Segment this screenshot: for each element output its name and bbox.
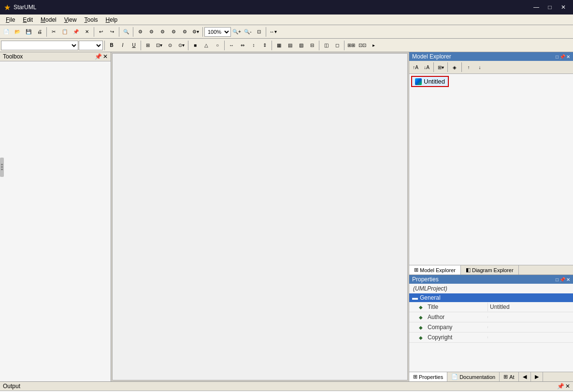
open-button[interactable]: 📂 (12, 27, 23, 37)
me-filter[interactable]: ◈ (449, 62, 460, 73)
prop-value-copyright[interactable] (487, 336, 573, 338)
more2[interactable]: ⊡⊡ (357, 40, 368, 51)
sep13 (344, 41, 344, 50)
bold-button[interactable]: B (106, 40, 117, 51)
tool2[interactable]: ⚙ (146, 27, 157, 37)
tool4[interactable]: ⚙ (168, 27, 179, 37)
underline-button[interactable]: U (129, 40, 139, 51)
more1[interactable]: ⊞⊞ (346, 40, 357, 51)
me-close[interactable]: ✕ (566, 54, 570, 59)
minimize-button[interactable]: — (530, 3, 542, 12)
save-button[interactable]: 💾 (23, 27, 34, 37)
menu-bar: File Edit Model View Tools Help (0, 15, 573, 25)
menu-help[interactable]: Help (102, 15, 122, 24)
me-up[interactable]: ↑ (463, 62, 474, 73)
new-button[interactable]: 📄 (1, 27, 12, 37)
tab-arrow-left[interactable]: ◀ (519, 372, 531, 381)
size2[interactable]: ◻ (332, 40, 343, 51)
zoom-combo[interactable]: 100% 50% 75% 150% 200% (204, 27, 231, 37)
format1[interactable]: ⊞ (143, 40, 153, 51)
me-view[interactable]: ⊞▾ (435, 62, 446, 73)
zoom-out[interactable]: 🔍- (243, 27, 253, 37)
zoom-in[interactable]: 🔍+ (231, 27, 242, 37)
menu-edit[interactable]: Edit (19, 15, 37, 24)
prop-value-author[interactable] (487, 316, 573, 318)
tool1[interactable]: ⚙ (135, 27, 145, 37)
delete-button[interactable]: ✕ (82, 27, 92, 37)
me-sort-desc[interactable]: ↓A (421, 62, 432, 73)
align2[interactable]: ⇔ (237, 40, 248, 51)
section-collapse-icon[interactable]: ▬ (412, 294, 418, 301)
prop-value-title[interactable]: Untitled (487, 303, 573, 311)
sep6 (266, 27, 266, 37)
de-tab-icon: ◧ (466, 267, 471, 273)
me-icon1[interactable]: □ (556, 54, 559, 59)
italic-button[interactable]: I (117, 40, 128, 51)
out-pin[interactable]: 📌 (557, 383, 564, 390)
toolbox-pin[interactable]: 📌 (95, 53, 102, 60)
menu-file[interactable]: File (2, 15, 19, 24)
untitled-project-item[interactable]: Untitled (411, 76, 449, 87)
color2[interactable]: △ (201, 40, 212, 51)
align3[interactable]: ↕ (248, 40, 259, 51)
de-tab-label: Diagram Explorer (472, 267, 514, 273)
style-combo[interactable] (1, 41, 78, 50)
toolbox-close[interactable]: ✕ (103, 53, 108, 60)
more3[interactable]: ▸ (368, 40, 379, 51)
close-button[interactable]: ✕ (558, 3, 569, 12)
tool3[interactable]: ⚙ (157, 27, 168, 37)
prop-close[interactable]: ✕ (566, 277, 570, 282)
tool5[interactable]: ⚙ (179, 27, 190, 37)
at-tab-icon: ⊞ (503, 374, 508, 380)
format3[interactable]: ⊙ (165, 40, 175, 51)
layout1[interactable]: ▦ (273, 40, 284, 51)
me-sort-asc[interactable]: ↑A (410, 62, 421, 73)
undo-button[interactable]: ↩ (96, 27, 106, 37)
menu-view[interactable]: View (60, 15, 81, 24)
prop-value-company[interactable] (487, 326, 573, 328)
size-combo[interactable] (79, 41, 103, 50)
copy-button[interactable]: 📋 (59, 27, 70, 37)
menu-model[interactable]: Model (37, 15, 60, 24)
print-button[interactable]: 🖨 (34, 27, 45, 37)
me-pin[interactable]: 📌 (559, 54, 565, 59)
find-button[interactable]: 🔍 (121, 27, 131, 37)
tab-diagram-explorer[interactable]: ◧ Diagram Explorer (461, 265, 519, 275)
align1[interactable]: ↔ (226, 40, 237, 51)
tab-at[interactable]: ⊞ At (500, 372, 518, 381)
paste-button[interactable]: 📌 (71, 27, 81, 37)
model-explorer-toolbar: ↑A ↓A ⊞▾ ◈ ↑ ↓ (409, 61, 573, 74)
cut-button[interactable]: ✂ (48, 27, 59, 37)
model-explorer-content[interactable]: Untitled (409, 74, 573, 265)
diagram-canvas[interactable] (112, 53, 408, 380)
color3[interactable]: ○ (212, 40, 223, 51)
zoom-fit[interactable]: ⊡ (254, 27, 264, 37)
sep8 (141, 41, 141, 50)
prop-pin[interactable]: 📌 (559, 277, 565, 282)
toolbox-content (0, 61, 111, 381)
layout3[interactable]: ▧ (296, 40, 306, 51)
color1[interactable]: ■ (190, 40, 201, 51)
me-down[interactable]: ↓ (474, 62, 485, 73)
output-header: Output 📌 ✕ (0, 382, 573, 391)
format4[interactable]: ⊙▾ (176, 40, 186, 51)
out-close[interactable]: ✕ (565, 383, 570, 390)
model-explorer-panel: Model Explorer □ 📌 ✕ ↑A ↓A ⊞▾ ◈ ↑ ↓ (409, 52, 573, 275)
maximize-button[interactable]: □ (544, 3, 556, 12)
tab-properties[interactable]: ⊞ Properties (409, 372, 447, 381)
tool6[interactable]: ⚙▾ (190, 27, 201, 37)
layout4[interactable]: ⊟ (307, 40, 317, 51)
redo-button[interactable]: ↪ (107, 27, 117, 37)
tab-documentation[interactable]: 📄 Documentation (447, 372, 500, 381)
tab-arrow-right[interactable]: ▶ (531, 372, 543, 381)
toolbox-title: Toolbox (3, 53, 23, 60)
size1[interactable]: ◫ (321, 40, 331, 51)
layout2[interactable]: ▤ (285, 40, 295, 51)
prop-icon1[interactable]: □ (556, 277, 559, 282)
toolbox-panel: Toolbox 📌 ✕ (0, 52, 111, 381)
nav-button[interactable]: ↔▾ (268, 27, 278, 37)
format2[interactable]: ⊡▾ (154, 40, 164, 51)
tab-model-explorer[interactable]: ⊞ Model Explorer (409, 265, 461, 275)
menu-tools[interactable]: Tools (81, 15, 102, 24)
align4[interactable]: ⇕ (259, 40, 270, 51)
